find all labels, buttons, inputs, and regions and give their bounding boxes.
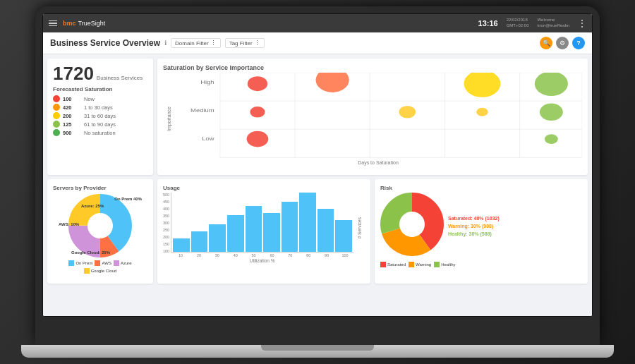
risk-legend-saturated: Saturated bbox=[380, 262, 406, 267]
usage-x-tick: 40 bbox=[227, 253, 244, 257]
usage-x-tick: 30 bbox=[209, 253, 226, 257]
svg-text:Medium: Medium bbox=[190, 107, 214, 113]
risk-warning-label: Warning: 30% (988) bbox=[448, 224, 500, 229]
svg-point-20 bbox=[247, 131, 269, 147]
saturation-chart-title: Saturation by Service Importance bbox=[163, 64, 582, 71]
forecast-row: 100 Now bbox=[53, 95, 147, 102]
risk-pie-chart bbox=[380, 193, 444, 256]
usage-bar bbox=[227, 215, 244, 252]
risk-chart-title: Risk bbox=[380, 185, 582, 191]
usage-x-tick: 90 bbox=[318, 253, 335, 257]
domain-filter-btn[interactable]: Domain Filter ⋮ bbox=[171, 38, 221, 48]
svg-point-18 bbox=[248, 76, 267, 91]
servers-card: Servers by Provider bbox=[47, 179, 153, 284]
saturation-card: Saturation by Service Importance Importa… bbox=[157, 59, 588, 175]
svg-point-22 bbox=[399, 106, 416, 118]
svg-point-19 bbox=[250, 107, 265, 118]
nav-more-icon[interactable]: ⋮ bbox=[578, 18, 586, 28]
saturation-y-label: Importance bbox=[167, 107, 171, 131]
business-services-count: 1720 bbox=[53, 64, 94, 83]
search-button[interactable]: 🔍 bbox=[540, 37, 552, 49]
servers-chart-title: Servers by Provider bbox=[53, 185, 147, 191]
settings-button[interactable]: ⚙ bbox=[556, 37, 569, 49]
usage-chart-title: Usage bbox=[163, 185, 365, 191]
forecast-card: 1720 Business Services Forecasted Satura… bbox=[47, 59, 153, 175]
hamburger-icon[interactable] bbox=[49, 20, 57, 27]
servers-legend-azure: Azure bbox=[114, 260, 132, 266]
usage-bar bbox=[209, 224, 226, 252]
risk-legend-warning: Warning bbox=[409, 262, 431, 267]
usage-bar bbox=[263, 213, 280, 252]
usage-bar bbox=[299, 193, 316, 252]
title-info-icon[interactable]: ℹ bbox=[164, 40, 167, 47]
page: Business Service Overview ℹ Domain Filte… bbox=[43, 32, 592, 317]
nav-date: 22/02/2018 GMT+02:00 bbox=[507, 18, 529, 29]
usage-x-tick: 70 bbox=[282, 253, 298, 257]
top-nav: bmc TrueSight 13:16 22/02/2018 GMT+02:00… bbox=[43, 14, 592, 32]
servers-legend-onprem: On Prem bbox=[68, 260, 92, 266]
usage-bar bbox=[282, 202, 298, 252]
usage-x-tick: 20 bbox=[190, 253, 207, 257]
forecast-row: 125 61 to 90 days bbox=[53, 121, 147, 128]
usage-x-tick: 60 bbox=[264, 253, 281, 257]
forecast-row: 420 1 to 30 days bbox=[53, 104, 147, 111]
svg-point-26 bbox=[540, 104, 563, 121]
forecast-row: 200 31 to 60 days bbox=[53, 112, 147, 119]
usage-x-axis-label: Utilization % bbox=[171, 258, 353, 263]
servers-legend-google: Google Cloud bbox=[84, 268, 117, 274]
usage-bar bbox=[173, 238, 190, 252]
risk-legend-healthy: Healthy bbox=[434, 262, 455, 267]
servers-legend-aws: AWS bbox=[95, 260, 111, 266]
svg-point-27 bbox=[545, 134, 558, 144]
svg-point-25 bbox=[535, 73, 568, 96]
risk-card: Risk bbox=[375, 179, 588, 284]
usage-bar bbox=[335, 220, 352, 252]
page-title: Business Service Overview bbox=[50, 38, 160, 48]
tag-filter-btn[interactable]: Tag Filter ⋮ bbox=[225, 38, 265, 48]
svg-point-24 bbox=[476, 108, 488, 116]
svg-text:Low: Low bbox=[202, 135, 214, 141]
usage-y-label: # Services bbox=[357, 217, 362, 238]
screen: bmc TrueSight 13:16 22/02/2018 GMT+02:00… bbox=[42, 13, 593, 317]
forecast-row: 900 No saturation bbox=[53, 129, 147, 136]
help-button[interactable]: ? bbox=[572, 37, 585, 49]
svg-point-21 bbox=[316, 73, 349, 92]
usage-card: Usage 500 450 400 350 300 250 200 bbox=[157, 179, 370, 284]
page-header: Business Service Overview ℹ Domain Filte… bbox=[43, 32, 592, 54]
bottom-row: Servers by Provider bbox=[47, 179, 588, 284]
risk-saturated-label: Saturated: 40% (1032) bbox=[448, 216, 500, 221]
usage-bar bbox=[246, 206, 262, 252]
bmc-logo: bmc TrueSight bbox=[63, 20, 105, 27]
nav-time: 13:16 bbox=[478, 19, 498, 28]
main-content: 1720 Business Services Forecasted Satura… bbox=[43, 54, 592, 314]
usage-x-tick: 100 bbox=[337, 253, 353, 257]
svg-text:High: High bbox=[200, 79, 214, 85]
business-services-label: Business Services bbox=[97, 75, 143, 81]
usage-x-tick: 10 bbox=[172, 253, 189, 257]
risk-healthy-label: Healthy: 30% (588) bbox=[448, 231, 500, 236]
svg-point-23 bbox=[464, 73, 500, 97]
saturation-x-label: Days to Saturation bbox=[174, 160, 582, 165]
usage-bar bbox=[318, 209, 334, 252]
usage-bar bbox=[191, 231, 208, 252]
usage-x-tick: 80 bbox=[300, 253, 317, 257]
forecast-section-title: Forecasted Saturation bbox=[53, 86, 147, 92]
saturation-bubble-chart: High Medium Low Now ≤ 30 ≤ 60 ≤ 90 No sa… bbox=[174, 73, 582, 159]
usage-x-tick: 50 bbox=[246, 253, 262, 257]
nav-welcome: Welcome kron@trueRealm bbox=[538, 18, 569, 29]
